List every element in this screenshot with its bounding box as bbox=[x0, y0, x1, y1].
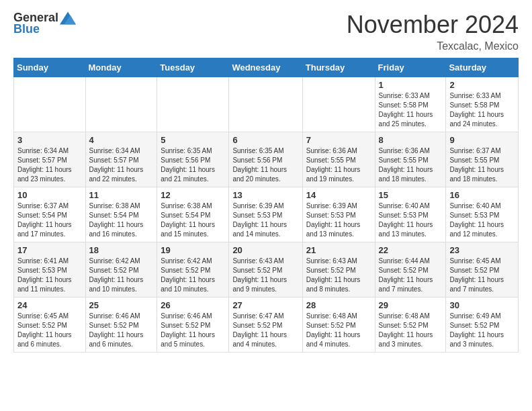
day-cell bbox=[229, 77, 302, 132]
day-cell: 1Sunrise: 6:33 AM Sunset: 5:58 PM Daylig… bbox=[375, 77, 446, 132]
day-number: 20 bbox=[232, 245, 298, 255]
logo: General Blue bbox=[13, 11, 76, 36]
day-info: Sunrise: 6:35 AM Sunset: 5:56 PM Dayligh… bbox=[232, 146, 298, 184]
day-number: 18 bbox=[89, 245, 154, 255]
day-cell bbox=[302, 77, 375, 132]
day-cell: 30Sunrise: 6:49 AM Sunset: 5:52 PM Dayli… bbox=[446, 298, 519, 353]
day-cell: 24Sunrise: 6:45 AM Sunset: 5:52 PM Dayli… bbox=[14, 298, 86, 353]
day-cell: 10Sunrise: 6:37 AM Sunset: 5:54 PM Dayli… bbox=[14, 187, 86, 242]
day-cell: 22Sunrise: 6:44 AM Sunset: 5:52 PM Dayli… bbox=[375, 242, 446, 298]
day-info: Sunrise: 6:45 AM Sunset: 5:52 PM Dayligh… bbox=[17, 312, 82, 349]
day-cell: 28Sunrise: 6:48 AM Sunset: 5:52 PM Dayli… bbox=[302, 298, 375, 353]
month-title: November 2024 bbox=[347, 11, 519, 39]
day-cell: 29Sunrise: 6:48 AM Sunset: 5:52 PM Dayli… bbox=[375, 298, 446, 353]
day-number: 12 bbox=[161, 190, 225, 200]
day-info: Sunrise: 6:37 AM Sunset: 5:55 PM Dayligh… bbox=[449, 146, 515, 184]
day-info: Sunrise: 6:38 AM Sunset: 5:54 PM Dayligh… bbox=[161, 201, 225, 239]
day-number: 29 bbox=[379, 300, 443, 310]
day-info: Sunrise: 6:40 AM Sunset: 5:53 PM Dayligh… bbox=[449, 201, 515, 239]
day-info: Sunrise: 6:39 AM Sunset: 5:53 PM Dayligh… bbox=[306, 201, 371, 239]
location: Texcalac, Mexico bbox=[347, 40, 519, 52]
day-cell: 11Sunrise: 6:38 AM Sunset: 5:54 PM Dayli… bbox=[85, 187, 157, 242]
day-info: Sunrise: 6:46 AM Sunset: 5:52 PM Dayligh… bbox=[161, 312, 225, 349]
day-info: Sunrise: 6:43 AM Sunset: 5:52 PM Dayligh… bbox=[306, 257, 371, 294]
day-number: 10 bbox=[17, 190, 82, 200]
day-info: Sunrise: 6:49 AM Sunset: 5:52 PM Dayligh… bbox=[449, 312, 515, 349]
day-info: Sunrise: 6:35 AM Sunset: 5:56 PM Dayligh… bbox=[161, 146, 225, 184]
day-cell: 9Sunrise: 6:37 AM Sunset: 5:55 PM Daylig… bbox=[446, 132, 519, 187]
calendar-wrapper: SundayMondayTuesdayWednesdayThursdayFrid… bbox=[0, 58, 532, 359]
day-number: 4 bbox=[89, 135, 154, 145]
day-info: Sunrise: 6:48 AM Sunset: 5:52 PM Dayligh… bbox=[379, 312, 443, 349]
day-number: 17 bbox=[17, 245, 82, 255]
header-day-friday: Friday bbox=[375, 58, 446, 77]
day-number: 1 bbox=[379, 80, 443, 90]
header-day-sunday: Sunday bbox=[14, 58, 86, 77]
day-cell: 3Sunrise: 6:34 AM Sunset: 5:57 PM Daylig… bbox=[14, 132, 86, 187]
day-cell: 19Sunrise: 6:42 AM Sunset: 5:52 PM Dayli… bbox=[157, 242, 229, 298]
day-info: Sunrise: 6:36 AM Sunset: 5:55 PM Dayligh… bbox=[379, 146, 443, 184]
day-info: Sunrise: 6:41 AM Sunset: 5:53 PM Dayligh… bbox=[17, 257, 82, 294]
day-cell: 23Sunrise: 6:45 AM Sunset: 5:52 PM Dayli… bbox=[446, 242, 519, 298]
day-cell: 15Sunrise: 6:40 AM Sunset: 5:53 PM Dayli… bbox=[375, 187, 446, 242]
day-number: 2 bbox=[449, 80, 515, 90]
day-number: 8 bbox=[379, 135, 443, 145]
day-info: Sunrise: 6:39 AM Sunset: 5:53 PM Dayligh… bbox=[232, 201, 298, 239]
day-number: 23 bbox=[449, 245, 515, 255]
day-info: Sunrise: 6:43 AM Sunset: 5:52 PM Dayligh… bbox=[232, 257, 298, 294]
day-number: 5 bbox=[161, 135, 225, 145]
calendar-body: 1Sunrise: 6:33 AM Sunset: 5:58 PM Daylig… bbox=[14, 77, 519, 353]
page-header: General Blue November 2024 Texcalac, Mex… bbox=[0, 0, 532, 58]
day-info: Sunrise: 6:40 AM Sunset: 5:53 PM Dayligh… bbox=[379, 201, 443, 239]
day-number: 3 bbox=[17, 135, 82, 145]
week-row-3: 10Sunrise: 6:37 AM Sunset: 5:54 PM Dayli… bbox=[14, 187, 519, 242]
day-info: Sunrise: 6:48 AM Sunset: 5:52 PM Dayligh… bbox=[306, 312, 371, 349]
day-cell: 13Sunrise: 6:39 AM Sunset: 5:53 PM Dayli… bbox=[229, 187, 302, 242]
header-day-thursday: Thursday bbox=[302, 58, 375, 77]
day-cell: 25Sunrise: 6:46 AM Sunset: 5:52 PM Dayli… bbox=[85, 298, 157, 353]
day-cell: 16Sunrise: 6:40 AM Sunset: 5:53 PM Dayli… bbox=[446, 187, 519, 242]
day-cell: 2Sunrise: 6:33 AM Sunset: 5:58 PM Daylig… bbox=[446, 77, 519, 132]
day-info: Sunrise: 6:44 AM Sunset: 5:52 PM Dayligh… bbox=[379, 257, 443, 294]
day-number: 7 bbox=[306, 135, 371, 145]
day-cell: 7Sunrise: 6:36 AM Sunset: 5:55 PM Daylig… bbox=[302, 132, 375, 187]
day-cell: 14Sunrise: 6:39 AM Sunset: 5:53 PM Dayli… bbox=[302, 187, 375, 242]
day-number: 21 bbox=[306, 245, 371, 255]
title-area: November 2024 Texcalac, Mexico bbox=[347, 11, 519, 52]
day-number: 15 bbox=[379, 190, 443, 200]
day-cell: 18Sunrise: 6:42 AM Sunset: 5:52 PM Dayli… bbox=[85, 242, 157, 298]
day-number: 26 bbox=[161, 300, 225, 310]
day-number: 22 bbox=[379, 245, 443, 255]
day-cell bbox=[14, 77, 86, 132]
day-info: Sunrise: 6:37 AM Sunset: 5:54 PM Dayligh… bbox=[17, 201, 82, 239]
logo-icon bbox=[60, 11, 76, 25]
day-number: 14 bbox=[306, 190, 371, 200]
day-number: 19 bbox=[161, 245, 225, 255]
day-number: 6 bbox=[232, 135, 298, 145]
day-info: Sunrise: 6:42 AM Sunset: 5:52 PM Dayligh… bbox=[161, 257, 225, 294]
day-info: Sunrise: 6:33 AM Sunset: 5:58 PM Dayligh… bbox=[379, 91, 443, 129]
day-number: 24 bbox=[17, 300, 82, 310]
day-cell: 5Sunrise: 6:35 AM Sunset: 5:56 PM Daylig… bbox=[157, 132, 229, 187]
day-cell: 27Sunrise: 6:47 AM Sunset: 5:52 PM Dayli… bbox=[229, 298, 302, 353]
header-day-saturday: Saturday bbox=[446, 58, 519, 77]
day-cell: 21Sunrise: 6:43 AM Sunset: 5:52 PM Dayli… bbox=[302, 242, 375, 298]
day-cell: 12Sunrise: 6:38 AM Sunset: 5:54 PM Dayli… bbox=[157, 187, 229, 242]
day-info: Sunrise: 6:45 AM Sunset: 5:52 PM Dayligh… bbox=[449, 257, 515, 294]
header-day-monday: Monday bbox=[85, 58, 157, 77]
week-row-1: 1Sunrise: 6:33 AM Sunset: 5:58 PM Daylig… bbox=[14, 77, 519, 132]
day-cell: 6Sunrise: 6:35 AM Sunset: 5:56 PM Daylig… bbox=[229, 132, 302, 187]
header-row: SundayMondayTuesdayWednesdayThursdayFrid… bbox=[14, 58, 519, 77]
day-info: Sunrise: 6:46 AM Sunset: 5:52 PM Dayligh… bbox=[89, 312, 154, 349]
header-day-wednesday: Wednesday bbox=[229, 58, 302, 77]
calendar-header: SundayMondayTuesdayWednesdayThursdayFrid… bbox=[14, 58, 519, 77]
header-day-tuesday: Tuesday bbox=[157, 58, 229, 77]
day-cell bbox=[157, 77, 229, 132]
logo-blue-text: Blue bbox=[13, 22, 40, 36]
day-info: Sunrise: 6:34 AM Sunset: 5:57 PM Dayligh… bbox=[89, 146, 154, 184]
day-info: Sunrise: 6:47 AM Sunset: 5:52 PM Dayligh… bbox=[232, 312, 298, 349]
day-info: Sunrise: 6:42 AM Sunset: 5:52 PM Dayligh… bbox=[89, 257, 154, 294]
day-info: Sunrise: 6:34 AM Sunset: 5:57 PM Dayligh… bbox=[17, 146, 82, 184]
day-info: Sunrise: 6:33 AM Sunset: 5:58 PM Dayligh… bbox=[449, 91, 515, 129]
day-cell bbox=[85, 77, 157, 132]
